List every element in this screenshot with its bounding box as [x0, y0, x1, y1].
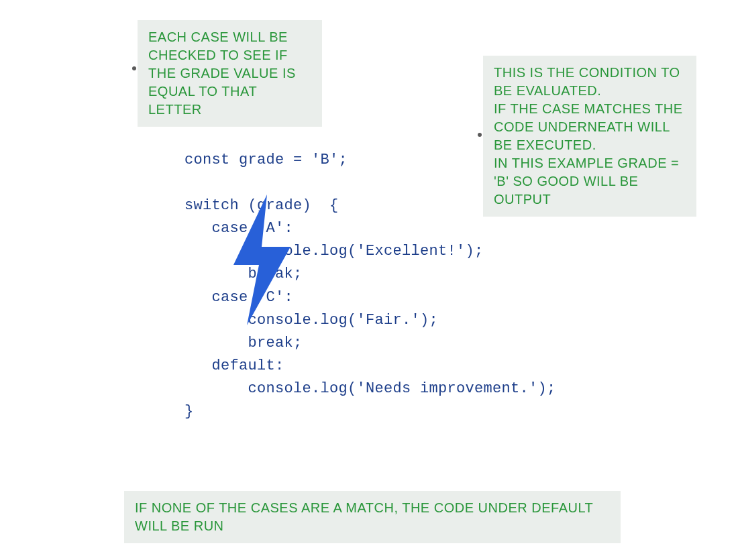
code-line: case 'A':	[184, 220, 293, 237]
code-line: case 'C':	[184, 289, 293, 306]
annotation-text: IF NONE OF THE CASES ARE A MATCH, THE CO…	[135, 500, 593, 533]
code-line: console.log('Excellent!');	[184, 243, 484, 260]
code-line: }	[184, 403, 194, 420]
code-line: default:	[184, 357, 284, 374]
code-snippet: const grade = 'B'; switch (grade) { case…	[184, 149, 556, 423]
code-line: const grade = 'B';	[184, 152, 348, 168]
annotation-default: IF NONE OF THE CASES ARE A MATCH, THE CO…	[124, 491, 621, 543]
code-line: console.log('Needs improvement.');	[184, 380, 556, 397]
code-line: console.log('Fair.');	[184, 312, 438, 329]
code-line: switch (grade) {	[184, 197, 339, 214]
code-line: break;	[184, 335, 303, 351]
annotation-text: EACH CASE WILL BE CHECKED TO SEE IF THE …	[148, 30, 296, 117]
annotation-each-case: EACH CASE WILL BE CHECKED TO SEE IF THE …	[138, 20, 322, 127]
code-line: break;	[184, 266, 303, 282]
